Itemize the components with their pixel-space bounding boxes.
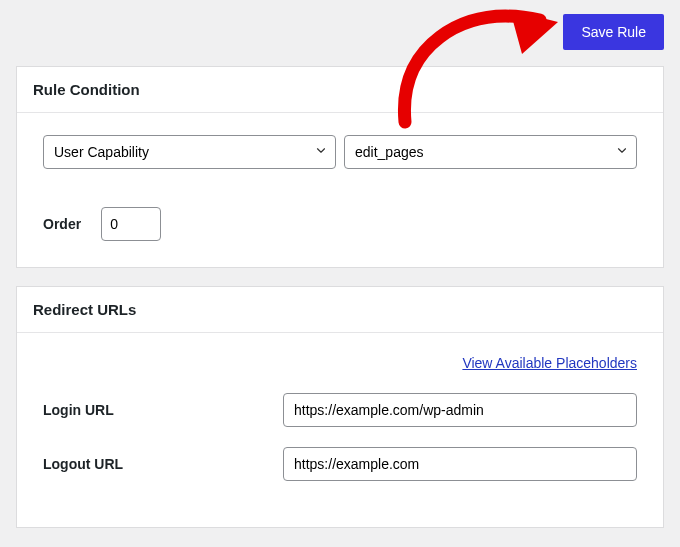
rule-condition-panel: Rule Condition User Capability edit_page…	[16, 66, 664, 268]
capability-value-select[interactable]: edit_pages	[344, 135, 637, 169]
redirect-urls-panel: Redirect URLs View Available Placeholder…	[16, 286, 664, 528]
login-url-input[interactable]	[283, 393, 637, 427]
rule-condition-title: Rule Condition	[17, 67, 663, 113]
view-placeholders-link[interactable]: View Available Placeholders	[462, 355, 637, 371]
order-label: Order	[43, 216, 81, 232]
logout-url-input[interactable]	[283, 447, 637, 481]
save-rule-button[interactable]: Save Rule	[563, 14, 664, 50]
capability-type-select[interactable]: User Capability	[43, 135, 336, 169]
redirect-urls-title: Redirect URLs	[17, 287, 663, 333]
logout-url-label: Logout URL	[43, 456, 283, 472]
login-url-label: Login URL	[43, 402, 283, 418]
order-input[interactable]	[101, 207, 161, 241]
